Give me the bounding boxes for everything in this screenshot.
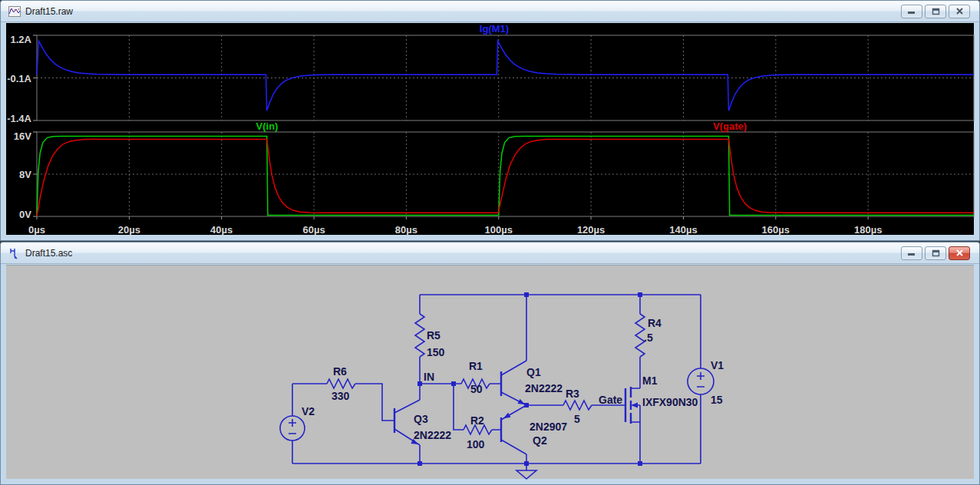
minimize-button[interactable] xyxy=(901,246,922,260)
schematic-file-icon xyxy=(8,247,21,259)
waveform-plot-area[interactable] xyxy=(6,23,974,235)
minimize-icon xyxy=(908,249,916,256)
restore-button[interactable] xyxy=(925,246,946,260)
window-draft15-raw: Draft15.raw 1.2A-0.1A-1.4AIg(M1)16V8V0VV… xyxy=(0,0,980,241)
ltspice-workspace: Draft15.raw 1.2A-0.1A-1.4AIg(M1)16V8V0VV… xyxy=(0,0,980,485)
window-title: Draft15.raw xyxy=(25,6,901,17)
restore-button[interactable] xyxy=(925,5,946,18)
schematic-canvas[interactable] xyxy=(6,265,974,479)
window-draft15-asc: Draft15.asc xyxy=(0,242,980,485)
window-title: Draft15.asc xyxy=(25,248,901,259)
titlebar-raw[interactable]: Draft15.raw xyxy=(1,1,979,22)
minimize-button[interactable] xyxy=(901,5,922,18)
minimize-icon xyxy=(908,8,916,15)
titlebar-asc[interactable]: Draft15.asc xyxy=(1,242,979,264)
close-button[interactable] xyxy=(949,5,970,18)
window-controls xyxy=(901,5,970,18)
restore-icon xyxy=(932,8,940,15)
waveform-file-icon xyxy=(8,5,21,18)
restore-icon xyxy=(932,249,940,257)
window-controls xyxy=(901,246,970,260)
close-icon xyxy=(956,249,963,256)
close-icon xyxy=(956,8,963,15)
close-button[interactable] xyxy=(949,246,970,260)
